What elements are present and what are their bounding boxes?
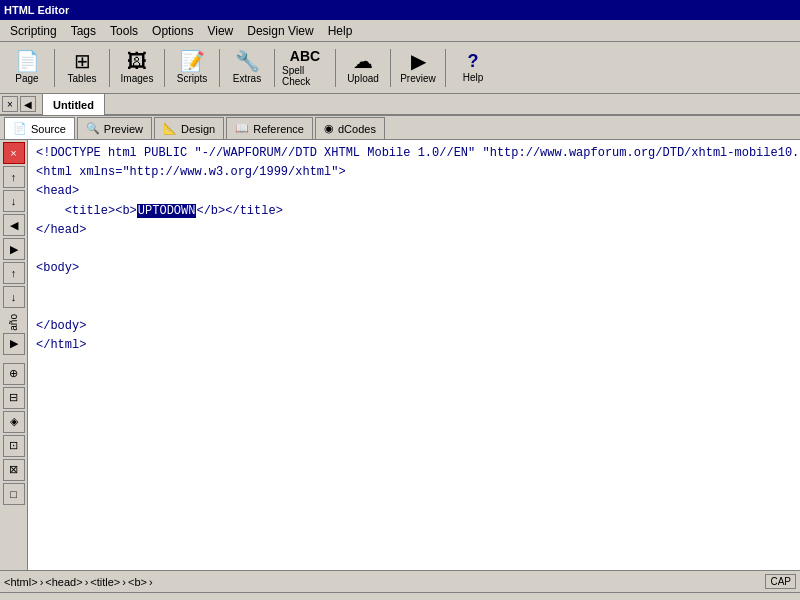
new-tab-button[interactable]: × — [2, 96, 18, 112]
dcodes-tab-icon: ◉ — [324, 122, 334, 135]
toolbar-extras[interactable]: 🔧 Extras — [224, 45, 270, 91]
tab-bar-area: × ◀ Untitled — [0, 94, 800, 116]
left-btn-left[interactable]: ◀ — [3, 214, 25, 236]
page-icon: 📄 — [15, 51, 40, 71]
left-btn-cross[interactable]: ⊠ — [3, 459, 25, 481]
bottom-strip — [0, 592, 800, 600]
spellcheck-label: Spell Check — [282, 65, 328, 87]
menu-options[interactable]: Options — [146, 22, 199, 40]
scripts-label: Scripts — [177, 73, 208, 84]
title-bar: HTML Editor — [0, 0, 800, 20]
left-btn-right[interactable]: ▶ — [3, 238, 25, 260]
left-btn-close[interactable]: × — [3, 142, 25, 164]
toolbar-help[interactable]: ? Help — [450, 45, 496, 91]
sub-tab-preview[interactable]: 🔍 Preview — [77, 117, 152, 139]
images-label: Images — [121, 73, 154, 84]
sub-tab-reference-label: Reference — [253, 123, 304, 135]
toolbar-upload[interactable]: ☁ Upload — [340, 45, 386, 91]
help-label: Help — [463, 72, 484, 83]
left-btn-up1[interactable]: ↑ — [3, 166, 25, 188]
menu-tags[interactable]: Tags — [65, 22, 102, 40]
sub-tab-source-label: Source — [31, 123, 66, 135]
menu-help[interactable]: Help — [322, 22, 359, 40]
toolbar-sep-7 — [390, 49, 391, 87]
left-btn-down1[interactable]: ↓ — [3, 190, 25, 212]
sub-tab-dcodes[interactable]: ◉ dCodes — [315, 117, 385, 139]
code-line-6 — [36, 240, 792, 259]
breadcrumb-title-label: <title> — [90, 576, 120, 588]
highlighted-text: UPTODOWN — [137, 204, 197, 218]
toolbar-spellcheck[interactable]: ABC Spell Check — [279, 45, 331, 91]
toolbar-page[interactable]: 📄 Page — [4, 45, 50, 91]
source-tab-icon: 📄 — [13, 122, 27, 135]
left-panel: × ↑ ↓ ◀ ▶ ↑ ↓ año ▶ ⊕ ⊟ ◈ ⊡ ⊠ □ — [0, 140, 28, 570]
toolbar-scripts[interactable]: 📝 Scripts — [169, 45, 215, 91]
sub-tab-design[interactable]: 📐 Design — [154, 117, 224, 139]
code-line-2: <html xmlns="http://www.w3.org/1999/xhtm… — [36, 163, 792, 182]
breadcrumb-head-label: <head> — [45, 576, 82, 588]
breadcrumb-html-label: <html> — [4, 576, 38, 588]
sub-tab-reference[interactable]: 📖 Reference — [226, 117, 313, 139]
breadcrumb-b-label: <b> — [128, 576, 147, 588]
preview-label: Preview — [400, 73, 436, 84]
breadcrumb-title[interactable]: <title> › — [90, 576, 126, 588]
toolbar-sep-1 — [54, 49, 55, 87]
sub-tab-source[interactable]: 📄 Source — [4, 117, 75, 139]
new-tab-icon: × — [7, 99, 13, 110]
code-line-10: </body> — [36, 317, 792, 336]
menu-tools[interactable]: Tools — [104, 22, 144, 40]
reference-tab-icon: 📖 — [235, 122, 249, 135]
menu-scripting[interactable]: Scripting — [4, 22, 63, 40]
left-btn-add[interactable]: ⊕ — [3, 363, 25, 385]
tab-untitled[interactable]: Untitled — [42, 93, 105, 115]
left-btn-remove[interactable]: ⊟ — [3, 387, 25, 409]
menu-bar: Scripting Tags Tools Options View Design… — [0, 20, 800, 42]
left-btn-down2[interactable]: ↓ — [3, 286, 25, 308]
breadcrumb-head[interactable]: <head> › — [45, 576, 88, 588]
left-spacer — [3, 357, 25, 361]
tables-icon: ⊞ — [74, 51, 91, 71]
scripts-icon: 📝 — [180, 51, 205, 71]
left-btn-square[interactable]: □ — [3, 483, 25, 505]
left-btn-diamond[interactable]: ◈ — [3, 411, 25, 433]
left-panel-label: año — [8, 314, 19, 331]
page-label: Page — [15, 73, 38, 84]
back-icon[interactable]: ◀ — [20, 96, 36, 112]
sub-tab-preview-label: Preview — [104, 123, 143, 135]
left-btn-grid[interactable]: ⊡ — [3, 435, 25, 457]
toolbar-sep-3 — [164, 49, 165, 87]
code-editor[interactable]: <!DOCTYPE html PUBLIC "-//WAPFORUM//DTD … — [28, 140, 800, 570]
toolbar-tables[interactable]: ⊞ Tables — [59, 45, 105, 91]
toolbar-sep-2 — [109, 49, 110, 87]
status-bar: <html> › <head> › <title> › <b> › CAP — [0, 570, 800, 592]
sub-tab-design-label: Design — [181, 123, 215, 135]
breadcrumb-arrow-4: › — [149, 576, 153, 588]
menu-view[interactable]: View — [201, 22, 239, 40]
upload-icon: ☁ — [353, 51, 373, 71]
tables-label: Tables — [68, 73, 97, 84]
spellcheck-icon: ABC — [290, 49, 320, 63]
left-btn-up2[interactable]: ↑ — [3, 262, 25, 284]
code-line-8 — [36, 278, 792, 297]
breadcrumb-html[interactable]: <html> › — [4, 576, 43, 588]
toolbar-sep-5 — [274, 49, 275, 87]
toolbar-sep-8 — [445, 49, 446, 87]
toolbar-preview[interactable]: ▶ Preview — [395, 45, 441, 91]
left-btn-nav[interactable]: ▶ — [3, 333, 25, 355]
main-area: × ↑ ↓ ◀ ▶ ↑ ↓ año ▶ ⊕ ⊟ ◈ ⊡ ⊠ □ <!DOCTYP… — [0, 140, 800, 570]
code-line-5: </head> — [36, 221, 792, 240]
preview-tab-icon: 🔍 — [86, 122, 100, 135]
code-line-9 — [36, 298, 792, 317]
sub-tabs: 📄 Source 🔍 Preview 📐 Design 📖 Reference … — [0, 116, 800, 140]
code-line-3: <head> — [36, 182, 792, 201]
breadcrumb-arrow-1: › — [40, 576, 44, 588]
code-line-4: <title><b>UPTODOWN</b></title> — [36, 202, 792, 221]
title-bar-text: HTML Editor — [4, 4, 69, 16]
back-button[interactable]: ◀ — [20, 96, 38, 112]
upload-label: Upload — [347, 73, 379, 84]
toolbar-images[interactable]: 🖼 Images — [114, 45, 160, 91]
menu-design-view[interactable]: Design View — [241, 22, 319, 40]
breadcrumb-arrow-2: › — [85, 576, 89, 588]
toolbar-sep-4 — [219, 49, 220, 87]
breadcrumb-b[interactable]: <b> › — [128, 576, 153, 588]
